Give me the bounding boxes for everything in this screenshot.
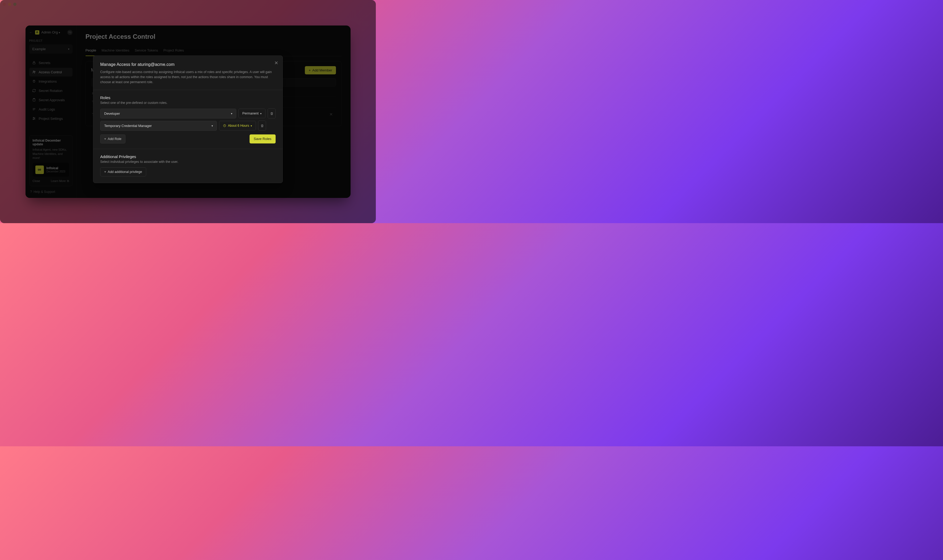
add-role-label: Add Role [108,137,121,141]
chevron-down-icon: ▾ [211,124,213,127]
role-select[interactable]: Developer ▾ [100,109,236,118]
plus-icon: + [104,170,106,174]
divider [93,149,282,149]
trash-icon [270,112,273,115]
chevron-down-icon: ▾ [231,112,232,115]
chevron-down-icon: ▾ [251,124,252,127]
trash-icon [260,124,264,128]
permanence-button-temporary[interactable]: About 6 Hours ▾ [219,121,256,131]
modal-title: Manage Access for aturing@acme.com [100,62,276,67]
add-privilege-button[interactable]: + Add additional privilege [100,168,146,176]
role-row: Developer ▾ Permanent ▾ [100,108,276,118]
privileges-subtext: Select individual privileges to associat… [100,160,276,164]
add-privilege-label: Add additional privilege [108,170,142,174]
close-modal-button[interactable]: ✕ [274,60,278,66]
permanence-label: Permanent [242,112,259,115]
app-window: ← A Admin Org ▾ TD PROJECT Example ▾ Sec… [26,26,351,198]
role-select[interactable]: Temporary Credential Manager ▾ [100,121,217,131]
roles-subtext: Select one of the pre-defined or custom … [100,101,276,105]
role-name: Temporary Credential Manager [104,124,152,128]
role-name: Developer [104,112,120,115]
clock-icon [223,124,226,127]
role-row: Temporary Credential Manager ▾ About 6 H… [100,121,276,131]
save-roles-button[interactable]: Save Roles [250,134,276,143]
divider [93,90,282,90]
privileges-heading: Additional Privileges [100,154,276,159]
manage-access-modal: ✕ Manage Access for aturing@acme.com Con… [93,55,283,183]
roles-heading: Roles [100,95,276,100]
delete-role-button[interactable] [268,108,276,118]
delete-role-button[interactable] [258,121,266,131]
plus-icon: + [104,137,106,141]
permanence-button[interactable]: Permanent ▾ [239,109,265,118]
add-role-button[interactable]: + Add Role [100,134,125,143]
chevron-down-icon: ▾ [260,112,262,115]
modal-description: Configure role-based access control by a… [100,69,276,85]
permanence-label: About 6 Hours [228,124,249,128]
